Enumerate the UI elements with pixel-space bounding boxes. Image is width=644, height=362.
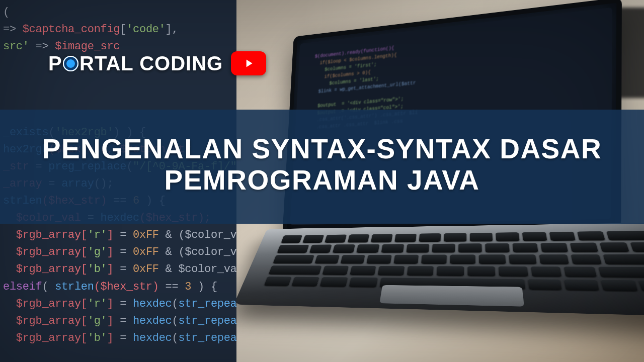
title-text: PENGENALAN SYNTAX-SYNTAX DASAR PEMROGRAM…	[30, 134, 614, 196]
title-line-1: PENGENALAN SYNTAX-SYNTAX DASAR	[30, 134, 614, 165]
title-banner: PENGENALAN SYNTAX-SYNTAX DASAR PEMROGRAM…	[0, 110, 644, 224]
brand-o-icon	[63, 56, 78, 71]
thumbnail-stage: ( => $captcha_config['code'], src' => $i…	[0, 0, 644, 362]
brand-row: PRTAL CODING	[48, 51, 266, 75]
title-line-2: PEMROGRAMAN JAVA	[30, 165, 614, 196]
laptop-trackpad	[379, 285, 524, 307]
laptop-keyboard	[267, 231, 644, 285]
youtube-play-icon	[231, 51, 266, 75]
brand-rest: RTAL CODING	[79, 52, 223, 74]
brand-name: PRTAL CODING	[48, 52, 223, 75]
brand-letter-p: P	[48, 52, 62, 74]
laptop-base	[236, 222, 644, 317]
